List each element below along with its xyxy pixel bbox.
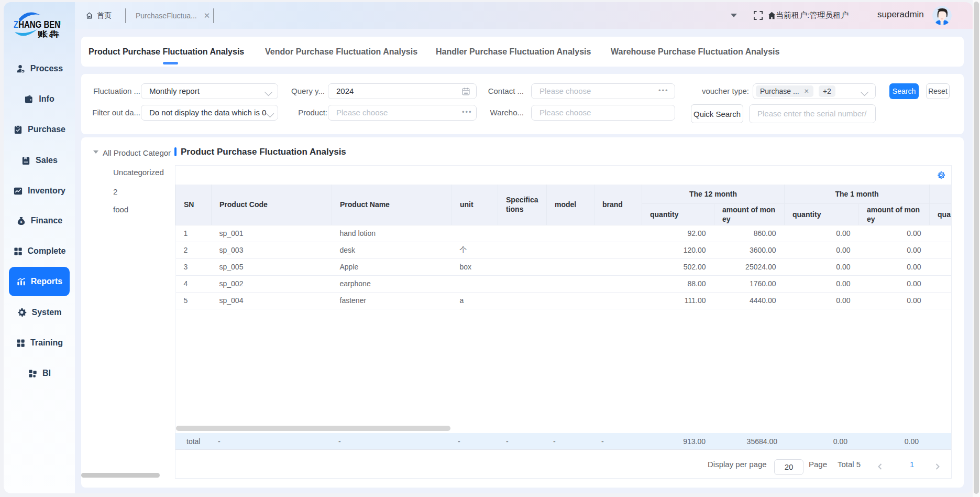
svg-text:ZHANG BEN: ZHANG BEN (14, 19, 60, 30)
svg-text:账犇: 账犇 (37, 29, 60, 38)
svg-text:¥: ¥ (20, 219, 23, 224)
